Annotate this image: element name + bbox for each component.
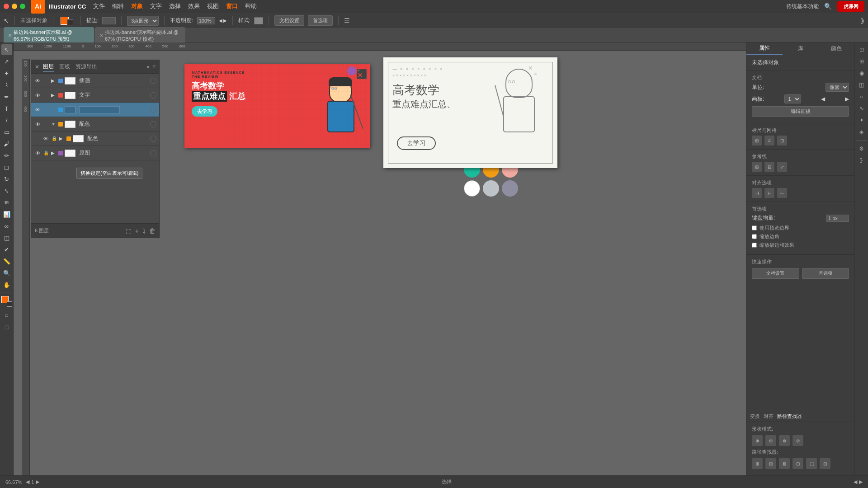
delete-layer-btn[interactable]: 🗑 xyxy=(149,227,156,235)
canvas-content[interactable]: 100 200 300 400 ①对象-锁定 -所选对象 ②窗口-图层打开 图层… xyxy=(22,51,746,475)
rp-pf-merge[interactable]: ⊠ xyxy=(779,458,790,469)
layer-target-color[interactable] xyxy=(150,121,156,127)
layer-target-color-child[interactable] xyxy=(150,136,156,142)
rp-qa-doc-settings[interactable]: 文档设置 xyxy=(752,268,799,279)
rp-minus-front[interactable]: ⊖ xyxy=(765,435,776,446)
layer-row-color-child[interactable]: 👁 🔒 ▶ 配色 xyxy=(31,131,159,146)
layer-expand-color-child[interactable]: ▶ xyxy=(59,136,65,141)
gradient-tool[interactable]: ◫ xyxy=(1,232,12,243)
minimize-button[interactable] xyxy=(12,4,17,9)
layer-lock-editing[interactable] xyxy=(43,107,49,113)
close-button[interactable] xyxy=(4,4,9,9)
rp-pf-crop[interactable]: ⊡ xyxy=(793,458,803,469)
layer-target-text[interactable] xyxy=(150,92,156,99)
menu-edit[interactable]: 编辑 xyxy=(112,2,124,10)
rp-tab-properties[interactable]: 属性 xyxy=(746,42,783,55)
layer-row-illustration[interactable]: 👁 ▶ 插画 xyxy=(31,74,159,88)
make-sublayer-btn[interactable]: ⬚ xyxy=(126,227,132,235)
layer-target-original[interactable] xyxy=(150,150,156,156)
layers-tab-layers[interactable]: 图层 xyxy=(43,62,54,72)
play-prev[interactable]: ◀ xyxy=(854,479,857,485)
tab-1[interactable]: ✕ 插边风-banner演示稿.ai @ 66.67% (RGB/GPU 预览) xyxy=(4,27,94,44)
rp-align-right[interactable]: ⊢ xyxy=(777,188,787,198)
play-next[interactable]: ▶ xyxy=(859,479,863,485)
rp-align-tab[interactable]: 对齐 xyxy=(764,413,774,420)
pencil-tool[interactable]: ✏ xyxy=(1,150,12,161)
rp-artboard-next[interactable]: ▶ xyxy=(845,96,849,102)
rpi-stroke-icon[interactable]: ○ xyxy=(856,91,867,102)
rpi-graphic-styles-icon[interactable]: ◈ xyxy=(856,127,867,137)
layer-visibility-illustration[interactable]: 👁 xyxy=(34,77,41,84)
type-tool[interactable]: T xyxy=(1,103,12,114)
menu-object[interactable]: 对象 xyxy=(131,2,143,10)
rp-unit-select[interactable]: 像素 毫米 xyxy=(826,83,849,92)
opacity-decrease[interactable]: ◀ xyxy=(219,18,222,23)
rp-pf-minus-back[interactable]: ⊟ xyxy=(820,458,830,469)
layer-row-original[interactable]: 👁 🔒 ▶ 原图 xyxy=(31,146,159,160)
layer-visibility-color[interactable]: 👁 xyxy=(34,121,41,128)
layer-row-editing[interactable]: 👁 xyxy=(31,103,159,117)
rp-transform-tab[interactable]: 变换 xyxy=(750,413,760,420)
rp-artboard-prev[interactable]: ◀ xyxy=(821,96,825,102)
rpi-properties-icon[interactable]: ⊡ xyxy=(856,44,867,55)
preferences-btn-toolbar[interactable]: 首选项 xyxy=(308,15,333,26)
menu-window[interactable]: 窗口 xyxy=(226,2,238,10)
layer-target-illustration[interactable] xyxy=(150,78,156,84)
rpi-expand-icon[interactable]: ⟫ xyxy=(856,155,867,166)
layer-lock-original[interactable]: 🔒 xyxy=(43,150,49,156)
magic-wand-tool[interactable]: ✦ xyxy=(1,68,12,79)
swatch-lightgray[interactable] xyxy=(483,180,499,197)
tab-1-close[interactable]: ✕ xyxy=(8,33,12,38)
rp-grid-icon-2[interactable]: # xyxy=(764,136,774,145)
menu-select[interactable]: 选择 xyxy=(169,2,181,10)
opacity-input[interactable] xyxy=(197,17,215,24)
layer-lock-color-child[interactable]: 🔒 xyxy=(51,136,57,142)
rp-keyboard-input[interactable] xyxy=(826,215,849,222)
swatch-purplegray[interactable] xyxy=(502,180,518,197)
layer-name-input[interactable] xyxy=(79,106,120,113)
layer-lock-color[interactable] xyxy=(43,121,49,127)
fill-stroke-widget[interactable] xyxy=(1,296,12,307)
opacity-increase[interactable]: ▶ xyxy=(223,18,227,23)
rp-grid-icon-1[interactable]: ⊞ xyxy=(752,136,762,145)
layer-visibility-original[interactable]: 👁 xyxy=(34,150,41,157)
menu-file[interactable]: 文件 xyxy=(93,2,105,10)
zoom-tool[interactable]: 🔍 xyxy=(1,267,12,278)
hand-tool[interactable]: ✋ xyxy=(1,279,12,290)
shape-select[interactable]: 3点圆形 xyxy=(127,16,159,26)
arrange-icon[interactable]: ☰ xyxy=(344,17,350,24)
eraser-tool[interactable]: ◻ xyxy=(1,162,12,173)
layer-expand-original[interactable]: ▶ xyxy=(51,150,57,155)
layer-lock-text[interactable] xyxy=(43,92,49,99)
normal-mode[interactable]: □ xyxy=(1,310,12,320)
layer-expand-text[interactable]: ▶ xyxy=(51,93,57,98)
rp-guides-icon-3[interactable]: ⤢ xyxy=(777,162,787,172)
layer-row-text[interactable]: 👁 ▶ 文字 xyxy=(31,88,159,103)
layers-tab-export[interactable]: 资源导出 xyxy=(75,62,97,72)
rp-pf-trim[interactable]: ⊟ xyxy=(765,458,776,469)
drawing-mode[interactable]: ⬚ xyxy=(1,321,12,332)
move-to-layer-btn[interactable]: ⤵ xyxy=(142,227,146,235)
eyedropper-tool[interactable]: ✔ xyxy=(1,244,12,255)
panel-toggle-icon[interactable]: ⟫ xyxy=(861,17,864,24)
selection-tool-icon[interactable]: ↖ xyxy=(4,17,9,24)
rp-tab-color[interactable]: 颜色 xyxy=(818,42,854,55)
layers-panel-close[interactable]: ✕ xyxy=(35,64,39,70)
rp-unite[interactable]: ⊕ xyxy=(752,435,763,446)
rp-preview-bounds-check[interactable] xyxy=(752,225,757,230)
rpi-brushes-icon[interactable]: ∿ xyxy=(856,103,867,114)
workspace-selector[interactable]: 传统基本功能 xyxy=(786,3,819,10)
layer-target-editing[interactable] xyxy=(150,107,156,113)
menu-effect[interactable]: 效果 xyxy=(188,2,200,10)
rp-scale-strokes-check[interactable] xyxy=(752,243,757,248)
rp-artboard-select[interactable]: 1 xyxy=(784,94,801,103)
menu-help[interactable]: 帮助 xyxy=(245,2,257,10)
rect-tool[interactable]: ▭ xyxy=(1,127,12,137)
rp-exclude[interactable]: ⊘ xyxy=(793,435,803,446)
new-layer-btn[interactable]: + xyxy=(135,227,139,235)
blend-tool[interactable]: ∞ xyxy=(1,221,12,231)
layer-row-color[interactable]: 👁 ▼ 配色 xyxy=(31,117,159,131)
line-tool[interactable]: / xyxy=(1,115,12,126)
swatch-white[interactable] xyxy=(464,180,480,197)
banner-document[interactable]: MATHEMATICS ESSENCE THE REVIEW 高考数学 重点难点… xyxy=(184,64,370,148)
